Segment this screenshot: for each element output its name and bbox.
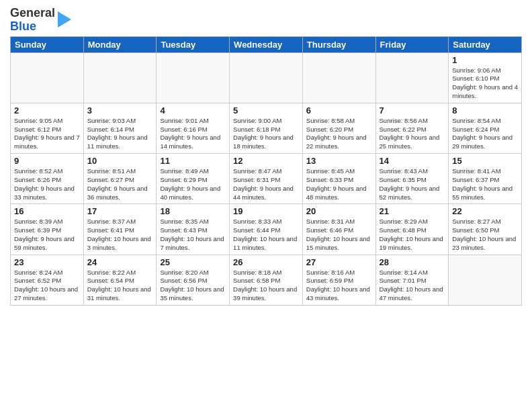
logo-text: General Blue bbox=[10, 7, 71, 34]
day-number: 3 bbox=[87, 105, 153, 116]
calendar-cell: 14Sunrise: 8:43 AM Sunset: 6:35 PM Dayli… bbox=[375, 154, 449, 204]
calendar-cell: 4Sunrise: 9:01 AM Sunset: 6:16 PM Daylig… bbox=[157, 103, 230, 153]
logo-general: General bbox=[10, 6, 55, 19]
logo-blue: Blue bbox=[10, 19, 36, 33]
day-number: 27 bbox=[306, 257, 372, 267]
day-number: 21 bbox=[380, 206, 445, 216]
calendar-cell: 25Sunrise: 8:20 AM Sunset: 6:56 PM Dayli… bbox=[157, 255, 230, 305]
logo: General Blue bbox=[10, 7, 71, 34]
calendar-cell bbox=[449, 255, 522, 305]
day-number: 14 bbox=[380, 156, 445, 166]
calendar-cell: 20Sunrise: 8:31 AM Sunset: 6:46 PM Dayli… bbox=[302, 204, 375, 255]
day-info: Sunrise: 8:29 AM Sunset: 6:48 PM Dayligh… bbox=[380, 218, 445, 252]
day-number: 4 bbox=[160, 105, 226, 116]
day-info: Sunrise: 8:54 AM Sunset: 6:24 PM Dayligh… bbox=[452, 117, 518, 151]
day-info: Sunrise: 8:31 AM Sunset: 6:46 PM Dayligh… bbox=[306, 218, 372, 252]
day-number: 11 bbox=[160, 156, 226, 166]
day-number: 6 bbox=[306, 105, 372, 116]
day-info: Sunrise: 8:35 AM Sunset: 6:43 PM Dayligh… bbox=[160, 218, 226, 252]
calendar-cell: 28Sunrise: 8:14 AM Sunset: 7:01 PM Dayli… bbox=[375, 255, 449, 305]
calendar-cell bbox=[157, 52, 230, 103]
day-number: 22 bbox=[452, 206, 518, 216]
day-info: Sunrise: 8:20 AM Sunset: 6:56 PM Dayligh… bbox=[160, 269, 226, 303]
weekday-saturday: Saturday bbox=[449, 36, 522, 52]
calendar-week-3: 16Sunrise: 8:39 AM Sunset: 6:39 PM Dayli… bbox=[11, 204, 522, 255]
calendar-cell: 6Sunrise: 8:58 AM Sunset: 6:20 PM Daylig… bbox=[302, 103, 375, 153]
calendar-cell bbox=[83, 52, 157, 103]
day-number: 23 bbox=[14, 257, 80, 267]
day-number: 12 bbox=[233, 156, 299, 166]
calendar-cell: 27Sunrise: 8:16 AM Sunset: 6:59 PM Dayli… bbox=[302, 255, 375, 305]
day-number: 16 bbox=[14, 206, 80, 216]
weekday-header-row: SundayMondayTuesdayWednesdayThursdayFrid… bbox=[11, 36, 522, 52]
day-info: Sunrise: 8:43 AM Sunset: 6:35 PM Dayligh… bbox=[380, 167, 445, 201]
day-number: 24 bbox=[87, 257, 153, 267]
header: General Blue bbox=[10, 7, 522, 34]
logo-arrow-icon bbox=[58, 11, 71, 28]
calendar-cell bbox=[11, 52, 84, 103]
calendar-cell: 26Sunrise: 8:18 AM Sunset: 6:58 PM Dayli… bbox=[230, 255, 303, 305]
calendar-cell: 16Sunrise: 8:39 AM Sunset: 6:39 PM Dayli… bbox=[11, 204, 84, 255]
day-info: Sunrise: 8:56 AM Sunset: 6:22 PM Dayligh… bbox=[380, 117, 445, 151]
calendar-cell: 3Sunrise: 9:03 AM Sunset: 6:14 PM Daylig… bbox=[83, 103, 157, 153]
day-number: 8 bbox=[452, 105, 518, 116]
day-info: Sunrise: 8:37 AM Sunset: 6:41 PM Dayligh… bbox=[87, 218, 153, 252]
calendar-cell: 18Sunrise: 8:35 AM Sunset: 6:43 PM Dayli… bbox=[157, 204, 230, 255]
weekday-wednesday: Wednesday bbox=[230, 36, 303, 52]
day-info: Sunrise: 8:14 AM Sunset: 7:01 PM Dayligh… bbox=[380, 269, 445, 303]
calendar-cell: 13Sunrise: 8:45 AM Sunset: 6:33 PM Dayli… bbox=[302, 154, 375, 204]
calendar-cell: 2Sunrise: 9:05 AM Sunset: 6:12 PM Daylig… bbox=[11, 103, 84, 153]
day-info: Sunrise: 8:47 AM Sunset: 6:31 PM Dayligh… bbox=[233, 167, 299, 201]
day-info: Sunrise: 8:16 AM Sunset: 6:59 PM Dayligh… bbox=[306, 269, 372, 303]
calendar-week-1: 2Sunrise: 9:05 AM Sunset: 6:12 PM Daylig… bbox=[11, 103, 522, 153]
day-info: Sunrise: 9:01 AM Sunset: 6:16 PM Dayligh… bbox=[160, 117, 226, 151]
day-number: 2 bbox=[14, 105, 80, 116]
weekday-sunday: Sunday bbox=[11, 36, 84, 52]
day-number: 28 bbox=[380, 257, 445, 267]
day-info: Sunrise: 9:05 AM Sunset: 6:12 PM Dayligh… bbox=[14, 117, 80, 151]
calendar-cell: 22Sunrise: 8:27 AM Sunset: 6:50 PM Dayli… bbox=[449, 204, 522, 255]
calendar-cell bbox=[375, 52, 449, 103]
day-info: Sunrise: 8:41 AM Sunset: 6:37 PM Dayligh… bbox=[452, 167, 518, 201]
day-info: Sunrise: 8:51 AM Sunset: 6:27 PM Dayligh… bbox=[87, 167, 153, 201]
calendar-week-0: 1Sunrise: 9:06 AM Sunset: 6:10 PM Daylig… bbox=[11, 52, 522, 103]
day-number: 25 bbox=[160, 257, 226, 267]
day-info: Sunrise: 8:39 AM Sunset: 6:39 PM Dayligh… bbox=[14, 218, 80, 252]
weekday-friday: Friday bbox=[375, 36, 449, 52]
calendar-cell: 5Sunrise: 9:00 AM Sunset: 6:18 PM Daylig… bbox=[230, 103, 303, 153]
calendar-header: SundayMondayTuesdayWednesdayThursdayFrid… bbox=[11, 36, 522, 52]
day-info: Sunrise: 9:03 AM Sunset: 6:14 PM Dayligh… bbox=[87, 117, 153, 151]
calendar-table: SundayMondayTuesdayWednesdayThursdayFrid… bbox=[10, 36, 522, 306]
weekday-thursday: Thursday bbox=[302, 36, 375, 52]
day-info: Sunrise: 8:27 AM Sunset: 6:50 PM Dayligh… bbox=[452, 218, 518, 252]
calendar-week-2: 9Sunrise: 8:52 AM Sunset: 6:26 PM Daylig… bbox=[11, 154, 522, 204]
day-number: 9 bbox=[14, 156, 80, 166]
calendar-cell: 15Sunrise: 8:41 AM Sunset: 6:37 PM Dayli… bbox=[449, 154, 522, 204]
calendar-cell: 11Sunrise: 8:49 AM Sunset: 6:29 PM Dayli… bbox=[157, 154, 230, 204]
weekday-tuesday: Tuesday bbox=[157, 36, 230, 52]
page-container: General Blue SundayMondayTuesdayWednesda… bbox=[0, 0, 532, 312]
day-number: 7 bbox=[380, 105, 445, 116]
day-number: 1 bbox=[452, 55, 518, 65]
calendar-cell bbox=[230, 52, 303, 103]
weekday-monday: Monday bbox=[83, 36, 157, 52]
day-number: 15 bbox=[452, 156, 518, 166]
day-info: Sunrise: 9:00 AM Sunset: 6:18 PM Dayligh… bbox=[233, 117, 299, 151]
svg-marker-0 bbox=[58, 11, 71, 28]
calendar-body: 1Sunrise: 9:06 AM Sunset: 6:10 PM Daylig… bbox=[11, 52, 522, 305]
calendar-cell: 17Sunrise: 8:37 AM Sunset: 6:41 PM Dayli… bbox=[83, 204, 157, 255]
day-number: 18 bbox=[160, 206, 226, 216]
day-number: 13 bbox=[306, 156, 372, 166]
day-info: Sunrise: 8:45 AM Sunset: 6:33 PM Dayligh… bbox=[306, 167, 372, 201]
calendar-cell: 10Sunrise: 8:51 AM Sunset: 6:27 PM Dayli… bbox=[83, 154, 157, 204]
day-number: 19 bbox=[233, 206, 299, 216]
day-number: 5 bbox=[233, 105, 299, 116]
calendar-cell: 19Sunrise: 8:33 AM Sunset: 6:44 PM Dayli… bbox=[230, 204, 303, 255]
calendar-cell: 1Sunrise: 9:06 AM Sunset: 6:10 PM Daylig… bbox=[449, 52, 522, 103]
calendar-cell: 8Sunrise: 8:54 AM Sunset: 6:24 PM Daylig… bbox=[449, 103, 522, 153]
calendar-week-4: 23Sunrise: 8:24 AM Sunset: 6:52 PM Dayli… bbox=[11, 255, 522, 305]
calendar-cell: 24Sunrise: 8:22 AM Sunset: 6:54 PM Dayli… bbox=[83, 255, 157, 305]
day-info: Sunrise: 8:58 AM Sunset: 6:20 PM Dayligh… bbox=[306, 117, 372, 151]
day-info: Sunrise: 8:24 AM Sunset: 6:52 PM Dayligh… bbox=[14, 269, 80, 303]
day-number: 26 bbox=[233, 257, 299, 267]
